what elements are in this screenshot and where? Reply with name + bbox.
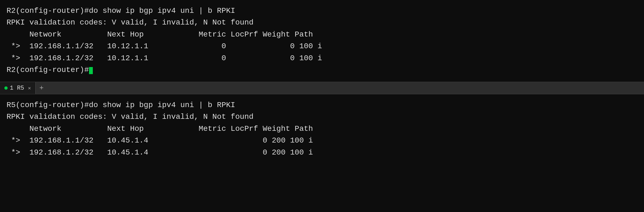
terminal-top-line-2: RPKI validation codes: V valid, I invali…	[7, 17, 637, 28]
tab-dot	[4, 86, 8, 90]
tab-r5[interactable]: 1 R5 ✕	[0, 82, 36, 94]
tab-label: 1 R5	[10, 85, 24, 92]
tab-close-icon[interactable]: ✕	[28, 85, 31, 91]
terminal-bottom-line-6: *> 192.168.1.2/32 10.45.1.4 0 200 100 i	[7, 147, 637, 158]
terminal-top-line-7: R2(config-router)#	[7, 64, 637, 76]
terminal-top-line-6: *> 192.168.1.2/32 10.12.1.1 0 0 100 i	[7, 52, 637, 64]
tab-add-button[interactable]: +	[36, 82, 48, 94]
terminal-top-line-5: *> 192.168.1.1/32 10.12.1.1 0 0 100 i	[7, 40, 637, 52]
tab-bar: 1 R5 ✕ +	[0, 82, 644, 94]
terminal-bottom: R5(config-router)#do show ip bgp ipv4 un…	[0, 94, 644, 212]
cursor-top	[89, 67, 93, 74]
terminal-bottom-line-2: RPKI validation codes: V valid, I invali…	[7, 111, 637, 123]
terminal-bottom-line-4: Network Next Hop Metric LocPrf Weight Pa…	[7, 123, 637, 135]
terminal-bottom-line-5: *> 192.168.1.1/32 10.45.1.4 0 200 100 i	[7, 135, 637, 146]
terminal-top-line-1: R2(config-router)#do show ip bgp ipv4 un…	[7, 5, 637, 17]
terminal-top-line-4: Network Next Hop Metric LocPrf Weight Pa…	[7, 29, 637, 40]
terminal-top: R2(config-router)#do show ip bgp ipv4 un…	[0, 0, 644, 82]
terminal-bottom-line-1: R5(config-router)#do show ip bgp ipv4 un…	[7, 99, 637, 111]
